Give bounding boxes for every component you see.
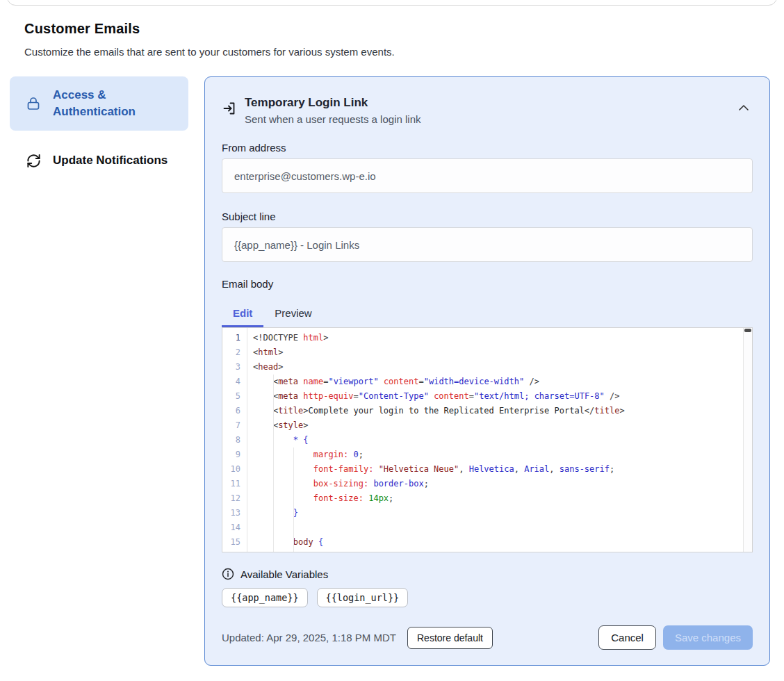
- line-number: 16: [222, 550, 247, 552]
- refresh-icon: [25, 152, 42, 169]
- email-settings-sidebar: Access & Authentication Update Notificat…: [10, 76, 188, 179]
- line-number: 4: [222, 375, 247, 389]
- code-editor[interactable]: 1<!DOCTYPE html>2<html>3<head>4 <meta na…: [222, 327, 753, 552]
- tab-edit[interactable]: Edit: [222, 302, 263, 327]
- from-address-input[interactable]: [222, 158, 753, 193]
- line-number: 13: [222, 506, 247, 520]
- variable-chip-login-url[interactable]: {{login_url}}: [317, 588, 409, 607]
- code-line-text: <title>Complete your login to the Replic…: [247, 404, 625, 418]
- indent-guide: [293, 448, 294, 552]
- info-icon: [222, 568, 234, 580]
- panel-header: Temporary Login Link Sent when a user re…: [222, 95, 753, 126]
- code-line[interactable]: 3<head>: [222, 360, 752, 375]
- line-number: 8: [222, 433, 247, 448]
- code-line[interactable]: 11 box-sizing: border-box;: [222, 477, 752, 491]
- code-line[interactable]: 16 background-color: #f8f8f8;: [222, 550, 752, 552]
- code-line[interactable]: 8 * {: [222, 433, 752, 448]
- line-number: 14: [222, 520, 247, 535]
- code-line-text: * {: [247, 433, 309, 448]
- tab-preview[interactable]: Preview: [263, 302, 322, 327]
- chevron-up-icon: [738, 104, 749, 111]
- email-body-label: Email body: [222, 278, 753, 290]
- code-line-text: <meta http-equiv="Content-Type" content=…: [247, 389, 619, 404]
- line-number: 12: [222, 491, 247, 506]
- available-variables-row: Available Variables: [222, 568, 753, 580]
- line-number: 9: [222, 448, 247, 462]
- line-number: 15: [222, 535, 247, 550]
- code-line[interactable]: 6 <title>Complete your login to the Repl…: [222, 404, 752, 418]
- sidebar-item-label: Update Notifications: [53, 152, 168, 169]
- lock-icon: [25, 95, 42, 112]
- cancel-button[interactable]: Cancel: [598, 625, 656, 650]
- panel-footer: Updated: Apr 29, 2025, 1:18 PM MDT Resto…: [222, 625, 753, 650]
- code-line[interactable]: 13 }: [222, 506, 752, 520]
- code-line-text: <style>: [247, 418, 308, 433]
- variable-chip-app-name[interactable]: {{app_name}}: [222, 588, 308, 607]
- line-number: 6: [222, 404, 247, 418]
- code-line-text: [247, 520, 253, 535]
- code-line-text: body {: [247, 535, 323, 550]
- code-editor-lines: 1<!DOCTYPE html>2<html>3<head>4 <meta na…: [222, 328, 752, 552]
- sidebar-item-access-authentication[interactable]: Access & Authentication: [10, 76, 188, 131]
- sidebar-item-label: Access & Authentication: [53, 87, 150, 120]
- indent-guide: [273, 375, 274, 552]
- subject-line-label: Subject line: [222, 211, 753, 222]
- code-line[interactable]: 14: [222, 520, 752, 535]
- email-settings-panel: Temporary Login Link Sent when a user re…: [204, 76, 770, 666]
- editor-scrollbar[interactable]: [743, 328, 752, 552]
- code-line[interactable]: 15 body {: [222, 535, 752, 550]
- restore-default-button[interactable]: Restore default: [407, 627, 493, 649]
- sidebar-item-update-notifications[interactable]: Update Notifications: [10, 142, 188, 179]
- from-address-label: From address: [222, 142, 753, 154]
- code-line[interactable]: 10 font-family: "Helvetica Neue", Helvet…: [222, 462, 752, 477]
- line-number: 5: [222, 389, 247, 404]
- panel-title: Temporary Login Link: [245, 95, 735, 111]
- line-number: 2: [222, 345, 247, 360]
- available-variables-label: Available Variables: [240, 568, 328, 580]
- updated-timestamp: Updated: Apr 29, 2025, 1:18 PM MDT: [222, 632, 396, 643]
- code-line-text: <!DOCTYPE html>: [247, 331, 328, 345]
- code-line-text: margin: 0;: [247, 448, 364, 462]
- code-line[interactable]: 7 <style>: [222, 418, 752, 433]
- code-line[interactable]: 9 margin: 0;: [222, 448, 752, 462]
- collapse-button[interactable]: [735, 99, 753, 117]
- variable-chips: {{app_name}} {{login_url}}: [222, 588, 753, 607]
- code-line[interactable]: 5 <meta http-equiv="Content-Type" conten…: [222, 389, 752, 404]
- code-line[interactable]: 12 font-size: 14px;: [222, 491, 752, 506]
- previous-card-bottom-edge: [7, 0, 777, 6]
- line-number: 1: [222, 331, 247, 345]
- panel-header-text: Temporary Login Link Sent when a user re…: [245, 95, 735, 126]
- line-number: 11: [222, 477, 247, 491]
- code-line-text: font-size: 14px;: [247, 491, 393, 506]
- page-subtitle: Customize the emails that are sent to yo…: [24, 46, 395, 58]
- login-icon: [222, 100, 238, 117]
- line-number: 3: [222, 360, 247, 375]
- code-line-text: <head>: [247, 360, 283, 375]
- email-body-tabs: Edit Preview: [222, 302, 753, 327]
- page-title: Customer Emails: [24, 21, 140, 37]
- line-number: 10: [222, 462, 247, 477]
- code-line[interactable]: 2<html>: [222, 345, 752, 360]
- editor-gutter-separator: [247, 328, 247, 552]
- save-changes-button[interactable]: Save changes: [663, 625, 753, 650]
- code-line[interactable]: 4 <meta name="viewport" content="width=d…: [222, 375, 752, 389]
- editor-scrollbar-thumb[interactable]: [744, 329, 751, 332]
- code-line-text: background-color: #f8f8f8;: [247, 550, 444, 552]
- line-number: 7: [222, 418, 247, 433]
- code-line-text: <meta name="viewport" content="width=dev…: [247, 375, 539, 389]
- code-line-text: <html>: [247, 345, 283, 360]
- panel-subtitle: Sent when a user requests a login link: [245, 113, 735, 126]
- code-line[interactable]: 1<!DOCTYPE html>: [222, 331, 752, 345]
- code-line-text: font-family: "Helvetica Neue", Helvetica…: [247, 462, 614, 477]
- code-line-text: box-sizing: border-box;: [247, 477, 429, 491]
- subject-line-input[interactable]: [222, 227, 753, 262]
